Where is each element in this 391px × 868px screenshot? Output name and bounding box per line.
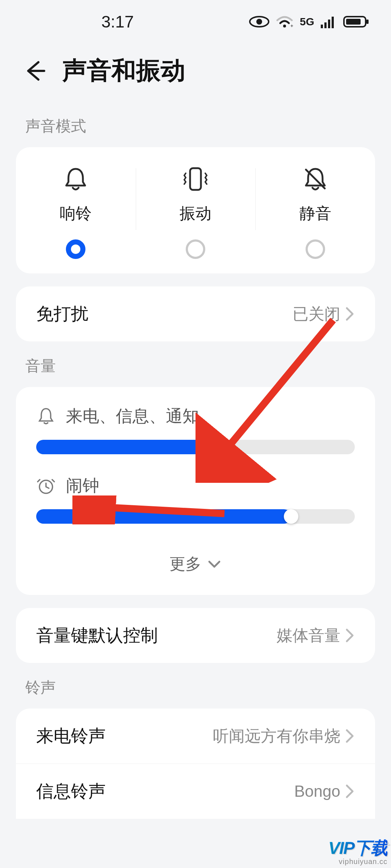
mode-silent[interactable]: 静音	[255, 165, 375, 259]
page-title: 声音和振动	[62, 54, 185, 87]
mode-label: 振动	[180, 203, 211, 224]
volume-ring-label: 来电、信息、通知	[36, 405, 355, 427]
svg-text:+: +	[290, 23, 293, 28]
volume-more-label: 更多	[169, 553, 201, 575]
section-label-ringtone: 铃声	[0, 663, 391, 709]
bell-off-icon	[302, 165, 329, 193]
sms-ringtone-value-text: Bongo	[294, 782, 340, 800]
dnd-title: 免打扰	[36, 302, 88, 326]
battery-icon	[343, 15, 369, 28]
volume-key-value-text: 媒体音量	[277, 625, 340, 646]
volume-ring-slider[interactable]	[36, 440, 355, 454]
signal-icon	[321, 15, 337, 28]
call-ringtone-title: 来电铃声	[36, 724, 106, 748]
mode-vibrate[interactable]: 振动	[136, 165, 256, 259]
chevron-right-icon	[345, 627, 355, 643]
volume-ring-text: 来电、信息、通知	[66, 405, 199, 427]
mode-ring[interactable]: 响铃	[16, 165, 136, 259]
section-label-sound-mode: 声音模式	[0, 102, 391, 147]
svg-rect-10	[346, 19, 361, 25]
arrow-left-icon	[22, 58, 48, 84]
call-ringtone-value: 听闻远方有你串烧	[213, 726, 355, 747]
status-icons: + 5G	[249, 15, 369, 28]
sms-ringtone-row[interactable]: 信息铃声 Bongo	[16, 763, 375, 819]
svg-point-1	[256, 19, 262, 25]
volume-key-title: 音量键默认控制	[36, 624, 158, 647]
chevron-right-icon	[345, 783, 355, 799]
sms-ringtone-title: 信息铃声	[36, 780, 106, 803]
ringtone-card: 来电铃声 听闻远方有你串烧 信息铃声 Bongo	[16, 709, 375, 819]
dnd-value: 已关闭	[293, 303, 355, 325]
vibrate-icon	[179, 165, 212, 193]
volume-key-value: 媒体音量	[277, 625, 355, 646]
watermark: VIP下载 viphuiyuan.cc	[328, 837, 387, 866]
status-bar: 3:17 + 5G	[0, 0, 391, 43]
network-label: 5G	[300, 16, 314, 28]
radio-selected[interactable]	[66, 239, 85, 259]
wifi-icon: +	[276, 15, 293, 28]
svg-rect-6	[328, 20, 330, 28]
call-ringtone-value-text: 听闻远方有你串烧	[213, 726, 340, 747]
alarm-icon	[36, 476, 56, 495]
dnd-row[interactable]: 免打扰 已关闭	[16, 286, 375, 341]
volume-alarm-slider[interactable]	[36, 509, 355, 524]
svg-rect-9	[366, 20, 369, 24]
volume-alarm-label: 闹钟	[36, 475, 355, 497]
svg-rect-11	[190, 168, 201, 190]
bell-icon	[62, 165, 89, 193]
svg-point-2	[283, 25, 286, 27]
status-time: 3:17	[101, 12, 134, 31]
page-header: 声音和振动	[0, 43, 391, 102]
svg-rect-5	[324, 22, 327, 28]
call-ringtone-row[interactable]: 来电铃声 听闻远方有你串烧	[16, 709, 375, 763]
svg-rect-4	[321, 25, 323, 28]
radio[interactable]	[186, 239, 205, 259]
dnd-value-text: 已关闭	[293, 303, 340, 325]
radio[interactable]	[306, 239, 325, 259]
sms-ringtone-value: Bongo	[294, 782, 355, 800]
volume-more-button[interactable]: 更多	[36, 544, 355, 587]
chevron-down-icon	[207, 559, 222, 569]
sound-mode-card: 响铃 振动 静音	[16, 147, 375, 273]
back-button[interactable]	[22, 58, 48, 84]
mode-label: 静音	[299, 203, 331, 224]
watermark-brand: VIP下载	[328, 837, 387, 860]
volume-key-row[interactable]: 音量键默认控制 媒体音量	[16, 608, 375, 663]
eye-icon	[249, 15, 269, 28]
chevron-right-icon	[345, 306, 355, 322]
section-label-volume: 音量	[0, 341, 391, 387]
volume-card: 来电、信息、通知 闹钟 更多	[16, 387, 375, 595]
bell-outline-icon	[36, 407, 56, 426]
watermark-url: viphuiyuan.cc	[339, 858, 387, 866]
chevron-right-icon	[345, 728, 355, 744]
dnd-card: 免打扰 已关闭	[16, 286, 375, 341]
volume-alarm-text: 闹钟	[66, 475, 99, 497]
mode-label: 响铃	[60, 203, 92, 224]
svg-rect-7	[332, 17, 334, 28]
volume-key-card: 音量键默认控制 媒体音量	[16, 608, 375, 663]
